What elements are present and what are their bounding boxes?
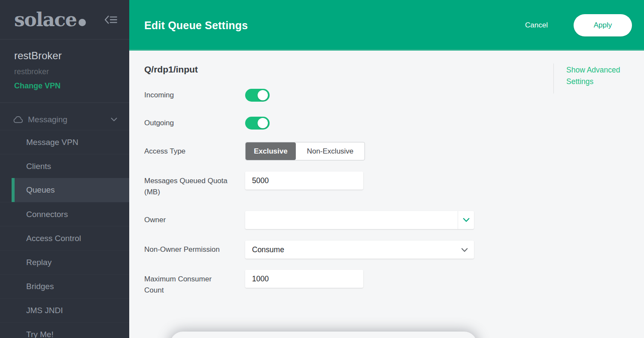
advanced-settings-block: Show Advanced Settings	[553, 63, 627, 94]
broker-name: restBroker	[14, 50, 115, 61]
solace-logo-dot	[79, 19, 86, 26]
max-consumer-count-input[interactable]	[245, 270, 363, 288]
sidebar-item-replay[interactable]: Replay	[0, 250, 129, 274]
collapse-sidebar-icon[interactable]	[103, 15, 117, 24]
field-row-access-type: Access Type Exclusive Non-Exclusive	[144, 142, 365, 160]
vpn-name: restbroker	[14, 68, 115, 76]
show-advanced-settings-link[interactable]: Show Advanced Settings	[566, 64, 627, 88]
non-owner-permission-select[interactable]: Consume	[245, 241, 474, 259]
cancel-button[interactable]: Cancel	[522, 21, 550, 30]
quota-input[interactable]	[245, 172, 363, 190]
field-label: Access Type	[144, 146, 229, 157]
field-label: Outgoing	[144, 118, 229, 129]
chevron-down-icon[interactable]	[458, 211, 474, 229]
header-actions: Cancel Apply	[522, 14, 632, 36]
bottom-panel-shadow	[170, 332, 477, 338]
edit-queue-form: Q/rdp1/input Show Advanced Settings Inco…	[129, 51, 644, 338]
owner-input[interactable]	[245, 211, 458, 229]
toggle-knob	[258, 118, 268, 128]
field-label: Messages Queued Quota (MB)	[144, 172, 229, 198]
field-label: Incoming	[144, 90, 229, 101]
sidebar-item-message-vpn[interactable]: Message VPN	[0, 130, 129, 154]
nav-item-label: Queues	[26, 185, 55, 195]
access-type-exclusive-button[interactable]: Exclusive	[246, 142, 296, 160]
change-vpn-link[interactable]: Change VPN	[14, 82, 61, 90]
chevron-down-icon	[461, 245, 468, 254]
field-row-max-consumer-count: Maximum Consumer Count	[144, 270, 363, 296]
field-row-non-owner-permission: Non-Owner Permission Consume	[144, 241, 474, 259]
sidebar: solace restBroker restbroker Change VPN	[0, 0, 129, 338]
sidebar-item-connectors[interactable]: Connectors	[0, 202, 129, 226]
field-row-owner: Owner	[144, 211, 474, 229]
field-row-incoming: Incoming	[144, 89, 270, 102]
nav-item-label: Bridges	[26, 282, 54, 291]
field-label: Non-Owner Permission	[144, 244, 229, 255]
solace-logo-text: solace	[14, 10, 76, 29]
nav-item-label: JMS JNDI	[26, 306, 63, 315]
sidebar-item-clients[interactable]: Clients	[0, 154, 129, 178]
apply-button[interactable]: Apply	[574, 14, 632, 36]
outgoing-toggle[interactable]	[245, 117, 270, 130]
chevron-down-icon	[111, 118, 117, 121]
field-row-outgoing: Outgoing	[144, 117, 270, 130]
incoming-toggle[interactable]	[245, 89, 270, 102]
field-row-quota: Messages Queued Quota (MB)	[144, 172, 363, 198]
field-label: Maximum Consumer Count	[144, 270, 229, 296]
solace-logo: solace	[14, 10, 86, 29]
toggle-knob	[258, 90, 268, 100]
sidebar-item-bridges[interactable]: Bridges	[0, 274, 129, 298]
selected-option: Consume	[252, 245, 284, 254]
nav-section-label: Messaging	[28, 115, 67, 124]
field-label: Owner	[144, 214, 229, 226]
sidebar-logo-row: solace	[0, 0, 129, 39]
sidebar-item-queues[interactable]: Queues	[12, 178, 129, 202]
sidebar-item-access-control[interactable]: Access Control	[0, 226, 129, 250]
sidebar-item-messaging[interactable]: Messaging	[0, 109, 129, 130]
access-type-segment: Exclusive Non-Exclusive	[245, 142, 365, 160]
nav-item-label: Message VPN	[26, 138, 78, 147]
owner-combobox[interactable]	[245, 211, 474, 229]
app-root: solace restBroker restbroker Change VPN	[0, 0, 644, 338]
nav-item-label: Connectors	[26, 210, 68, 219]
nav-item-label: Access Control	[26, 234, 81, 243]
sidebar-nav: Messaging Message VPN Clients Queues Con…	[0, 103, 129, 338]
access-type-non-exclusive-button[interactable]: Non-Exclusive	[296, 142, 365, 160]
page-title: Edit Queue Settings	[144, 19, 248, 32]
sidebar-item-try-me[interactable]: Try Me!	[0, 322, 129, 338]
cloud-icon	[13, 116, 24, 124]
nav-item-label: Clients	[26, 162, 51, 171]
sidebar-nav-list: Message VPN Clients Queues Connectors Ac…	[0, 130, 129, 338]
main-area: Edit Queue Settings Cancel Apply Q/rdp1/…	[129, 0, 644, 338]
page-header: Edit Queue Settings Cancel Apply	[129, 0, 644, 51]
queue-name: Q/rdp1/input	[144, 64, 198, 75]
nav-item-label: Replay	[26, 258, 52, 267]
nav-item-label: Try Me!	[26, 330, 54, 338]
broker-block: restBroker restbroker Change VPN	[0, 39, 129, 103]
sidebar-item-jms-jndi[interactable]: JMS JNDI	[0, 298, 129, 322]
